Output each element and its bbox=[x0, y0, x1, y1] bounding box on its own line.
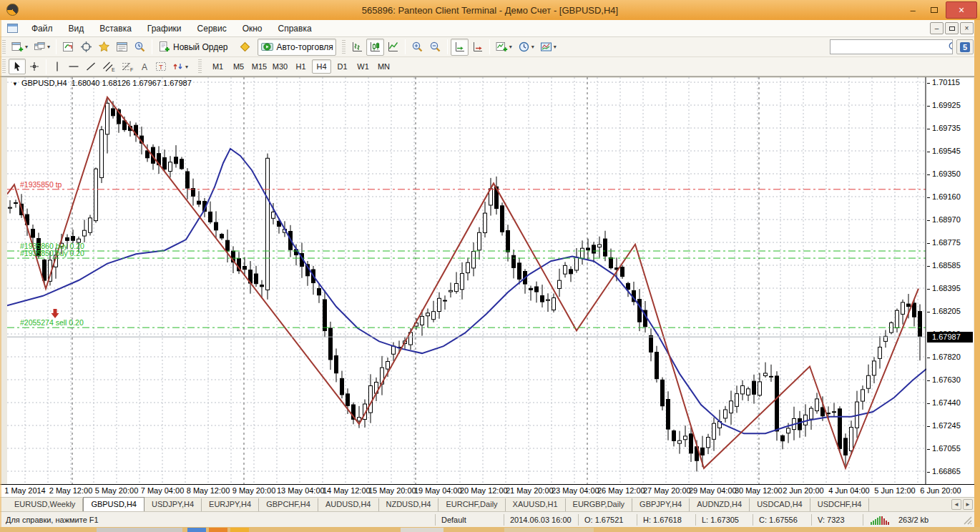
resize-grip[interactable] bbox=[957, 516, 974, 527]
strategy-tester-button[interactable] bbox=[131, 39, 149, 56]
horizontal-line-button[interactable] bbox=[65, 59, 82, 74]
chart-tab-usdjpy-h4[interactable]: USDJPY,H4 bbox=[144, 498, 202, 511]
timeframe-button-d1[interactable]: D1 bbox=[333, 59, 352, 74]
new-chart-button[interactable]: ▾ bbox=[9, 39, 31, 56]
timeframe-button-m15[interactable]: M15 bbox=[250, 59, 269, 74]
chart-tab-eurusd-weekly[interactable]: EURUSD,Weekly bbox=[7, 498, 83, 511]
data-window-button[interactable] bbox=[77, 39, 95, 56]
tabs-scroll-right-button[interactable]: ► bbox=[963, 499, 973, 510]
text-label-button[interactable]: T bbox=[152, 59, 170, 74]
time-axis[interactable]: 1 May 20142 May 12:005 May 20:007 May 04… bbox=[0, 484, 974, 497]
chart-shift-button[interactable] bbox=[469, 39, 486, 56]
chart-tab-usdchf-h4[interactable]: USDCHF,H4 bbox=[810, 498, 870, 511]
timeframe-button-h4[interactable]: H4 bbox=[312, 59, 331, 74]
time-axis-label: 2 May 12:00 bbox=[48, 486, 94, 495]
profiles-button[interactable]: ▾ bbox=[31, 39, 53, 56]
price-axis-label: 1.68775 bbox=[927, 237, 973, 247]
search-icon[interactable] bbox=[947, 41, 952, 53]
price-axis-label: 1.67820 bbox=[927, 352, 973, 362]
menu-item-сервис[interactable]: Сервис bbox=[190, 21, 235, 36]
menu-items: ФайлВидВставкаГрафикиСервисОкноСправка bbox=[24, 21, 320, 36]
zoom-in-button[interactable] bbox=[408, 39, 426, 56]
tabs-scroll-left-button[interactable]: ◄ bbox=[951, 499, 961, 510]
chart-tab-xauusd-h1[interactable]: XAUUSD,H1 bbox=[506, 498, 566, 511]
metaeditor-icon bbox=[238, 41, 252, 53]
navigator-button[interactable] bbox=[95, 39, 113, 56]
menu-item-вставка[interactable]: Вставка bbox=[92, 21, 139, 36]
autoscroll-icon bbox=[454, 41, 466, 53]
search-input[interactable] bbox=[830, 41, 947, 53]
arrows-button[interactable]: ▾ bbox=[170, 59, 191, 74]
toolbar-grip[interactable] bbox=[2, 40, 6, 54]
taskbar-item bbox=[401, 528, 444, 532]
price-axis-label: 1.68970 bbox=[927, 215, 973, 225]
crosshair-tool-button[interactable] bbox=[26, 59, 43, 74]
autotrading-label: Авто-торговля bbox=[277, 42, 333, 52]
chart-tab-eurchf-daily[interactable]: EURCHF,Daily bbox=[438, 498, 505, 511]
chart-tab-audnzd-h4[interactable]: AUDNZD,H4 bbox=[690, 498, 750, 511]
chart-tab-eurgbp-daily[interactable]: EURGBP,Daily bbox=[566, 498, 633, 511]
menu-item-окно[interactable]: Окно bbox=[235, 21, 270, 36]
line-chart-button[interactable] bbox=[384, 39, 402, 56]
chart-tab-nzdusd-h4[interactable]: NZDUSD,H4 bbox=[379, 498, 439, 511]
bar-chart-button[interactable] bbox=[348, 39, 366, 56]
time-axis-label: 19 May 04:00 bbox=[414, 486, 460, 495]
window-minimize-button[interactable]: – bbox=[903, 2, 923, 18]
timeframe-button-mn[interactable]: MN bbox=[374, 59, 393, 74]
time-axis-label: 30 May 12:00 bbox=[735, 486, 780, 495]
mdi-minimize-button[interactable]: – bbox=[930, 22, 944, 34]
status-profile[interactable]: Default bbox=[435, 514, 504, 526]
timeframe-button-w1[interactable]: W1 bbox=[353, 59, 373, 74]
timeframe-button-m1[interactable]: M1 bbox=[208, 59, 227, 74]
timeframe-button-m30[interactable]: M30 bbox=[270, 59, 290, 74]
menu-item-вид[interactable]: Вид bbox=[61, 21, 92, 36]
templates-button[interactable]: ▾ bbox=[537, 39, 559, 56]
cursor-button[interactable] bbox=[9, 59, 26, 74]
toolbar-separator bbox=[152, 39, 152, 54]
cursor-icon bbox=[11, 61, 23, 72]
new-order-button[interactable]: Новый Ордер bbox=[155, 39, 230, 56]
mdi-restore-button[interactable] bbox=[945, 22, 959, 34]
toolbar-grip[interactable] bbox=[198, 59, 202, 74]
chart-tab-gbpusd-h4[interactable]: GBPUSD,H4 bbox=[83, 497, 144, 511]
window-close-button[interactable]: × bbox=[946, 1, 977, 19]
chart-tab-gbpjpy-h4[interactable]: GBPJPY,H4 bbox=[632, 498, 690, 511]
mql5-community-button[interactable]: 5 bbox=[956, 39, 974, 54]
chart-tab-gbpchf-h4[interactable]: GBPCHF,H4 bbox=[259, 498, 318, 511]
chart-tab-eurjpy-h4[interactable]: EURJPY,H4 bbox=[202, 498, 259, 511]
trendline-button[interactable] bbox=[82, 59, 99, 74]
market-watch-button[interactable] bbox=[59, 39, 77, 56]
candlestick-chart-button[interactable] bbox=[366, 39, 384, 56]
text-button[interactable]: A bbox=[137, 59, 152, 74]
toolbar-grip[interactable] bbox=[342, 40, 346, 54]
fibonacci-button[interactable]: F bbox=[118, 59, 137, 74]
status-bar-time: 2014.06.03 16:00 bbox=[504, 514, 578, 526]
timeframe-button-h1[interactable]: H1 bbox=[291, 59, 310, 74]
vertical-line-button[interactable] bbox=[49, 59, 65, 74]
menu-item-графики[interactable]: Графики bbox=[139, 21, 190, 36]
collapse-triangle-icon[interactable]: ▼ bbox=[12, 81, 18, 87]
time-axis-label: 23 May 04:00 bbox=[552, 486, 597, 495]
chart-tab-audusd-h4[interactable]: AUDUSD,H4 bbox=[318, 498, 379, 511]
metaeditor-button[interactable] bbox=[235, 39, 255, 56]
price-chart[interactable]: #1935850 tp#1935860 buy 0.20#1935850 buy… bbox=[7, 77, 926, 485]
window-frame-left bbox=[0, 20, 1, 527]
toolbar-grip[interactable] bbox=[2, 59, 6, 74]
terminal-button[interactable] bbox=[113, 39, 131, 56]
toolbar-separator bbox=[46, 59, 46, 74]
profiles-icon bbox=[34, 41, 46, 53]
window-maximize-button[interactable] bbox=[924, 2, 944, 18]
periods-button[interactable]: ▾ bbox=[515, 39, 537, 56]
autoscroll-button[interactable] bbox=[451, 39, 469, 56]
chart-tab-usdcad-h4[interactable]: USDCAD,H4 bbox=[750, 498, 810, 511]
candlestick-icon bbox=[369, 41, 381, 53]
mdi-close-button[interactable]: × bbox=[960, 22, 974, 34]
order-lines-layer: #1935850 tp#1935860 buy 0.20#1935850 buy… bbox=[7, 180, 926, 327]
zoom-out-button[interactable] bbox=[426, 39, 444, 56]
menu-item-файл[interactable]: Файл bbox=[24, 21, 61, 36]
timeframe-button-m5[interactable]: M5 bbox=[229, 59, 248, 74]
autotrading-button[interactable]: Авто-торговля bbox=[258, 39, 336, 56]
indicators-button[interactable]: ▾ bbox=[493, 39, 515, 56]
menu-item-справка[interactable]: Справка bbox=[270, 21, 320, 36]
equidistant-channel-button[interactable]: E bbox=[99, 59, 118, 74]
